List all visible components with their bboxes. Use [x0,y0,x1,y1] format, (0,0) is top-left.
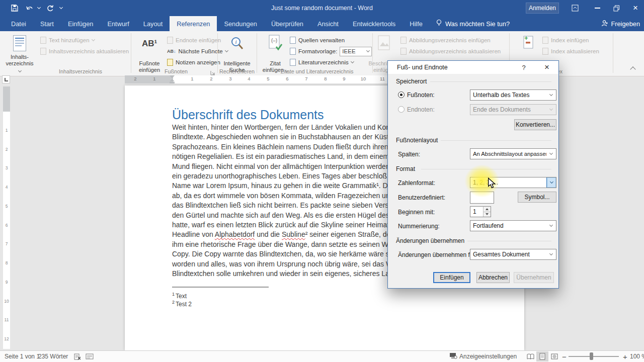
display-settings-button[interactable]: Anzeigeeinstellungen [449,351,517,362]
update-toc-button[interactable]: Inhaltsverzeichnis aktualisieren [40,46,129,56]
page-indicator[interactable]: Seite 1 von 1 [5,351,40,362]
zoom-in-button[interactable]: + [623,351,627,362]
undo-icon[interactable] [23,0,36,16]
ruler-number: 2 [208,76,214,81]
tab-einfuegen[interactable]: Einfügen [61,16,101,31]
tab-ueberpruefen[interactable]: Überprüfen [264,16,310,31]
section-format: Format [396,165,418,172]
proofing-status-icon[interactable] [73,351,82,362]
tab-entwicklertools[interactable]: Entwicklertools [346,16,403,31]
cancel-button[interactable]: Abbrechen [476,272,510,283]
spinner-up-icon[interactable] [484,207,491,212]
update-index-icon [542,48,548,55]
insert-endnote-icon [167,37,173,44]
save-icon[interactable] [9,0,20,16]
sign-in-button[interactable]: Anmelden [526,3,559,14]
bibliography-icon [290,59,296,66]
close-icon[interactable]: × [628,2,643,14]
next-footnote-icon: AB↓ [167,49,176,54]
lightbulb-icon [436,19,442,28]
macro-recording-icon[interactable] [86,351,94,362]
share-button[interactable]: Freigeben [601,16,640,31]
status-bar: Seite 1 von 1 235 Wörter Anzeigeeinstell… [0,350,644,362]
insert-button[interactable]: Einfügen [433,272,470,283]
tab-referenzen[interactable]: Referenzen [170,16,217,31]
spinner-down-icon[interactable] [484,212,491,217]
tab-hilfe[interactable]: Hilfe [403,16,430,31]
tab-ansicht[interactable]: Ansicht [310,16,346,31]
number-format-select[interactable]: 1, 2, 3, ... [470,177,556,188]
dialog-title-bar[interactable]: Fuß- und Endnote ? × [388,61,558,74]
insert-endnote-button[interactable]: Endnote einfügen [167,35,221,45]
numbering-select[interactable]: Fortlaufend [470,220,556,231]
style-select[interactable]: IEEE [340,47,372,56]
tab-sendungen[interactable]: Sendungen [217,16,264,31]
add-text-button[interactable]: Text hinzufügen [40,35,95,45]
insert-citation-button[interactable]: (–) Zitateinfügen [260,33,291,73]
footnotes-radio[interactable] [398,92,405,98]
ribbon-display-options-icon[interactable] [568,2,583,14]
tab-selector[interactable] [2,75,10,83]
tell-me-box[interactable]: Was möchten Sie tun? [430,16,516,31]
footnote-separator [172,287,269,288]
chevron-down-icon[interactable] [546,177,556,188]
collapse-ribbon-icon[interactable] [631,67,635,71]
convert-button[interactable]: Konvertieren... [514,119,556,130]
mark-entry-icon: + [519,34,536,52]
tab-layout[interactable]: Layout [136,16,170,31]
footnotes-position-select[interactable]: Unterhalb des Textes [470,89,556,101]
footnote-2: 2Test 2 [172,300,192,308]
insert-index-button[interactable]: Index einfügen [542,35,589,45]
ruler-number: 4 [3,185,10,190]
svg-text:(–): (–) [271,38,277,43]
bibliography-button[interactable]: Literaturverzeichnis [290,57,354,67]
indent-markers[interactable] [169,75,175,83]
next-footnote-button[interactable]: AB↓ Nächste Fußnote [167,46,228,56]
dialog-close-icon[interactable]: × [538,61,555,74]
dialog-help-icon[interactable]: ? [515,61,532,74]
vertical-ruler[interactable]: 1 2 3 4 5 6 7 8 9 10 11 12 [3,86,10,349]
customize-quick-access-icon[interactable] [57,0,64,16]
update-table-of-figures-button[interactable]: Abbildungsverzeichnis aktualisieren [400,46,501,56]
update-index-button[interactable]: Index aktualisieren [542,46,599,56]
tab-entwurf[interactable]: Entwurf [100,16,136,31]
read-mode-button[interactable] [524,351,536,362]
footnotes-radio-label[interactable]: Fußnoten: [407,92,435,99]
ruler-number: 5 [3,204,10,209]
zoom-out-button[interactable]: − [562,351,567,362]
restore-icon[interactable] [609,2,624,14]
print-layout-button[interactable] [536,351,548,362]
custom-mark-input[interactable] [470,192,494,204]
columns-select[interactable]: An Abschnittslayout anpassen [470,148,556,159]
manage-sources-button[interactable]: Quellen verwalten [290,35,345,45]
ruler-number: 9 [3,280,10,285]
apply-button[interactable]: Übernehmen [514,272,554,283]
show-notes-button[interactable]: Notizen anzeigen [167,57,220,67]
web-layout-button[interactable] [548,351,560,362]
toc-icon [11,34,28,52]
tab-start[interactable]: Start [33,16,61,31]
tab-datei[interactable]: Datei [4,16,33,31]
redo-icon[interactable] [43,0,56,16]
section-layout: Fußnotenlayout [396,137,441,144]
toc-button[interactable]: Inhalts-verzeichnis [4,33,35,73]
word-count[interactable]: 235 Wörter [38,351,68,362]
endnotes-radio[interactable] [398,106,405,113]
undo-dropdown-icon[interactable] [36,0,41,16]
start-at-spinner[interactable]: 1 [470,206,491,217]
insert-footnote-button[interactable]: AB¹ Fußnoteeinfügen [134,33,165,73]
zoom-slider-thumb[interactable] [590,352,593,360]
apply-to-select[interactable]: Gesamtes Dokument [470,249,556,260]
symbol-button[interactable]: Symbol... [518,192,556,203]
group-label-citations: Zitate und Literaturverzeichnis [267,68,367,74]
ruler-number: 9 [341,76,347,81]
insert-table-of-figures-button[interactable]: Abbildungsverzeichnis einfügen [400,35,491,45]
zoom-level[interactable]: 100 % [630,351,644,362]
endnotes-radio-label[interactable]: Endnoten: [407,106,435,113]
ruler-number: 3 [3,165,10,170]
person-icon [601,20,608,28]
minimize-icon[interactable] [590,2,605,14]
ruler-number: 3 [227,76,233,81]
zoom-slider-track[interactable] [569,356,619,357]
smart-lookup-button[interactable]: i IntelligenteSuche [221,33,253,73]
